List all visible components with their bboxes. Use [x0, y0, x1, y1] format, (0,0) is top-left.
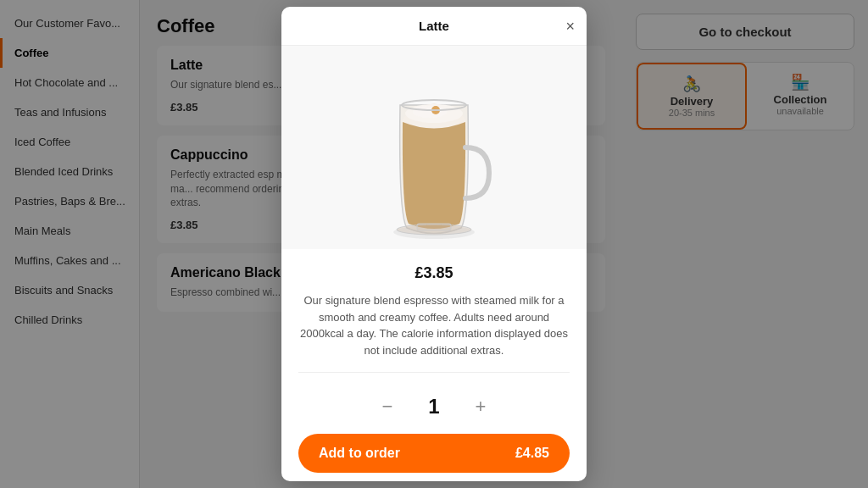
svg-rect-6 [417, 224, 451, 230]
modal-price: £3.85 [298, 264, 570, 282]
modal-header: Latte × [281, 7, 587, 46]
modal-close-button[interactable]: × [565, 19, 575, 34]
modal: Latte × [281, 7, 587, 481]
quantity-value: 1 [421, 395, 447, 419]
modal-divider [298, 372, 570, 373]
modal-description: Our signature blend espresso with steame… [298, 292, 570, 358]
latte-image [366, 54, 502, 241]
add-to-order-price: £4.85 [515, 446, 549, 461]
quantity-row: − 1 + [281, 393, 587, 420]
quantity-increase-button[interactable]: + [467, 393, 494, 420]
svg-point-2 [413, 106, 447, 118]
quantity-decrease-button[interactable]: − [374, 393, 401, 420]
modal-overlay[interactable]: Latte × [0, 0, 868, 488]
modal-body: £3.85 Our signature blend espresso with … [281, 249, 587, 393]
modal-image-area [281, 46, 587, 249]
modal-title: Latte [419, 19, 449, 33]
add-to-order-button[interactable]: Add to order £4.85 [298, 434, 570, 473]
add-to-order-label: Add to order [319, 446, 400, 461]
